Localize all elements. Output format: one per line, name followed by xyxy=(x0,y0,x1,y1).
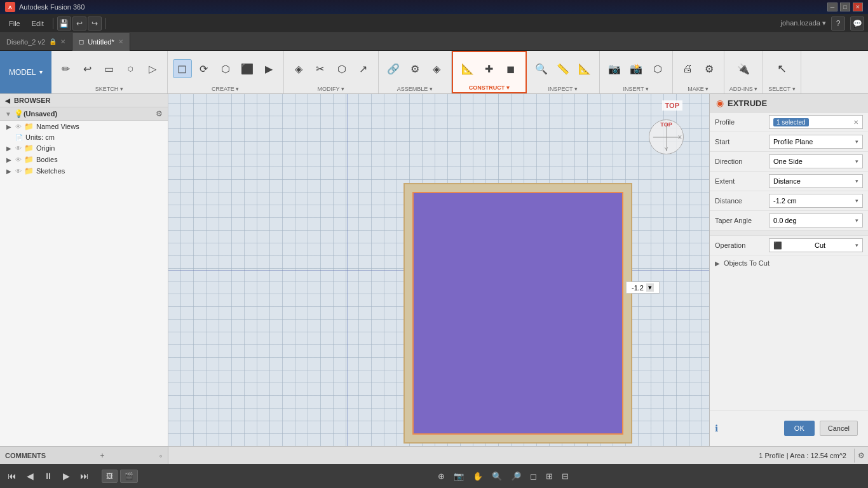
sketch-line-tool[interactable]: ⬡ xyxy=(121,59,140,78)
bodies-expand[interactable]: ▶ xyxy=(5,156,13,163)
fit-view-tool[interactable]: ◻ xyxy=(527,470,540,483)
minimize-button[interactable]: ─ xyxy=(827,3,837,11)
addins-tool[interactable]: 🔌 xyxy=(734,59,753,78)
assemble-component-tool[interactable]: ⚙ xyxy=(405,59,424,78)
addins-section-label: ADD-INS ▾ xyxy=(729,84,758,92)
chat-button[interactable]: 💬 xyxy=(850,17,864,30)
insert-decal-tool[interactable]: 📸 xyxy=(627,59,646,78)
named-views-expand[interactable]: ▶ xyxy=(5,123,13,130)
origin-expand[interactable]: ▶ xyxy=(5,145,13,152)
edit-menu[interactable]: Edit xyxy=(27,18,49,29)
create-more-tool[interactable]: ▶ xyxy=(259,59,278,78)
make-3dprint-tool[interactable]: 🖨 xyxy=(678,59,697,78)
comments-expand-icon[interactable]: ⬦ xyxy=(159,452,163,459)
help-button[interactable]: ? xyxy=(831,17,845,30)
sketch-project-tool[interactable]: ▭ xyxy=(100,59,119,78)
browser-header: ◀ BROWSER xyxy=(0,94,168,107)
sketch-new-tool[interactable]: ✏ xyxy=(57,59,76,78)
dimension-callout[interactable]: -1.2 ▾ xyxy=(626,281,660,294)
comments-add-icon[interactable]: + xyxy=(100,451,105,460)
browser-root-expand[interactable]: ▼ xyxy=(5,111,11,118)
assemble-joint-tool[interactable]: 🔗 xyxy=(384,59,403,78)
tab-untitled[interactable]: ◻ Untitled* ✕ xyxy=(72,33,130,51)
info-icon[interactable]: ℹ xyxy=(715,423,718,433)
operation-value[interactable]: ⬛ Cut ▾ xyxy=(769,238,863,252)
zoom-out-tool[interactable]: 🔎 xyxy=(508,470,524,483)
sketch-dimension-tool[interactable]: ▷ xyxy=(143,59,162,78)
redo-button[interactable]: ↪ xyxy=(88,17,102,30)
extent-param-row: Extent Distance ▾ xyxy=(710,172,868,191)
viewport-settings-gear[interactable]: ⚙ xyxy=(854,449,868,463)
grid-toggle[interactable]: ⊞ xyxy=(543,470,556,483)
extent-value[interactable]: Distance ▾ xyxy=(769,174,863,188)
create-revolve-tool[interactable]: ⟳ xyxy=(194,59,214,78)
step-back-button[interactable]: ◀ xyxy=(24,470,36,482)
objects-to-cut-row[interactable]: ▶ Objects To Cut xyxy=(710,255,868,271)
ok-button[interactable]: OK xyxy=(784,421,815,436)
file-menu[interactable]: File xyxy=(4,18,25,29)
animation-view-button[interactable]: 🎬 xyxy=(120,470,138,483)
create-loft-tool[interactable]: ⬛ xyxy=(238,59,257,78)
make-more-tool[interactable]: ⚙ xyxy=(700,59,719,78)
cancel-button[interactable]: Cancel xyxy=(820,421,858,436)
modify-press-pull-tool[interactable]: ◈ xyxy=(289,59,308,78)
collapse-browser-icon[interactable]: ◀ xyxy=(5,97,10,104)
profile-value[interactable]: 1 selected ✕ xyxy=(769,115,863,129)
browser-unsaved-row[interactable]: ▼ 💡 (Unsaved) ⚙ xyxy=(0,107,168,121)
sketches-expand[interactable]: ▶ xyxy=(5,168,13,175)
direction-value[interactable]: One Side ▾ xyxy=(769,154,863,168)
distance-value[interactable]: -1.2 cm ▾ xyxy=(769,194,863,208)
go-to-end-button[interactable]: ⏭ xyxy=(78,470,92,482)
display-mode-tool[interactable]: ⊟ xyxy=(559,470,572,483)
pause-button[interactable]: ⏸ xyxy=(41,470,55,482)
browser-named-views[interactable]: ▶ 👁 📁 Named Views xyxy=(0,121,168,132)
sketch-finish-tool[interactable]: ↩ xyxy=(78,59,97,78)
modify-more-tool[interactable]: ↗ xyxy=(354,59,373,78)
pan-tool[interactable]: ✋ xyxy=(470,470,486,483)
save-button[interactable]: 💾 xyxy=(57,17,71,30)
insert-image-tool[interactable]: 📷 xyxy=(605,59,624,78)
profile-clear-button[interactable]: ✕ xyxy=(853,119,858,126)
browser-sketches[interactable]: ▶ 👁 📁 Sketches xyxy=(0,165,168,177)
tab-untitled-label: Untitled* xyxy=(88,38,114,46)
camera-tool[interactable]: 📷 xyxy=(451,470,467,483)
construct-section-label: CONSTRUCT ▾ xyxy=(469,83,510,91)
bodies-label: Bodies xyxy=(36,156,58,163)
close-button[interactable]: ✕ xyxy=(853,3,863,11)
insert-more-tool[interactable]: ⬡ xyxy=(648,59,667,78)
dimension-dropdown[interactable]: ▾ xyxy=(646,283,654,292)
tab-design2[interactable]: Diseño_2 v2 🔒 ✕ xyxy=(0,33,72,51)
modify-fillet-tool[interactable]: ✂ xyxy=(311,59,330,78)
inspect-analysis-tool[interactable]: 📏 xyxy=(553,59,573,78)
orbit-tool[interactable]: ⊕ xyxy=(435,470,448,483)
taper-dropdown-icon: ▾ xyxy=(855,217,858,224)
browser-settings-icon[interactable]: ⚙ xyxy=(156,109,163,118)
construct-axis-tool[interactable]: ✚ xyxy=(480,59,499,78)
browser-origin[interactable]: ▶ 👁 📁 Origin xyxy=(0,142,168,154)
tab-design2-close[interactable]: ✕ xyxy=(60,38,65,45)
select-tool[interactable]: ↖ xyxy=(772,59,791,78)
zoom-in-tool[interactable]: 🔍 xyxy=(489,470,505,483)
browser-bodies[interactable]: ▶ 👁 📁 Bodies xyxy=(0,154,168,165)
undo-button[interactable]: ↩ xyxy=(72,17,86,30)
inspect-measure-tool[interactable]: 🔍 xyxy=(532,59,551,78)
modify-shell-tool[interactable]: ⬡ xyxy=(332,59,351,78)
maximize-button[interactable]: □ xyxy=(840,3,850,11)
assemble-more-tool[interactable]: ◈ xyxy=(427,59,446,78)
timeline-view-button[interactable]: 🖼 xyxy=(102,470,118,483)
create-sweep-tool[interactable]: ⬡ xyxy=(216,59,235,78)
start-value[interactable]: Profile Plane ▾ xyxy=(769,135,863,149)
inspect-zebra-tool[interactable]: 📐 xyxy=(575,59,594,78)
bottom-bar: COMMENTS + ⬦ 1 Profile | Area : 12.54 cm… xyxy=(0,446,868,464)
tab-untitled-close[interactable]: ✕ xyxy=(118,38,123,45)
construct-plane-tool[interactable]: 📐 xyxy=(458,59,477,78)
sketch-section-label: SKETCH ▾ xyxy=(95,84,123,92)
go-to-start-button[interactable]: ⏮ xyxy=(5,470,19,482)
model-button[interactable]: MODEL ▾ xyxy=(0,51,51,93)
assemble-section-label: ASSEMBLE ▾ xyxy=(397,84,433,92)
create-extrude-tool[interactable]: ◻ xyxy=(173,59,192,78)
construct-point-tool[interactable]: ◼ xyxy=(501,59,520,78)
viewport[interactable]: -1.2 ▾ TOP TOP Y X xyxy=(168,94,709,446)
play-button[interactable]: ▶ xyxy=(60,470,72,482)
taper-value[interactable]: 0.0 deg ▾ xyxy=(769,214,863,227)
